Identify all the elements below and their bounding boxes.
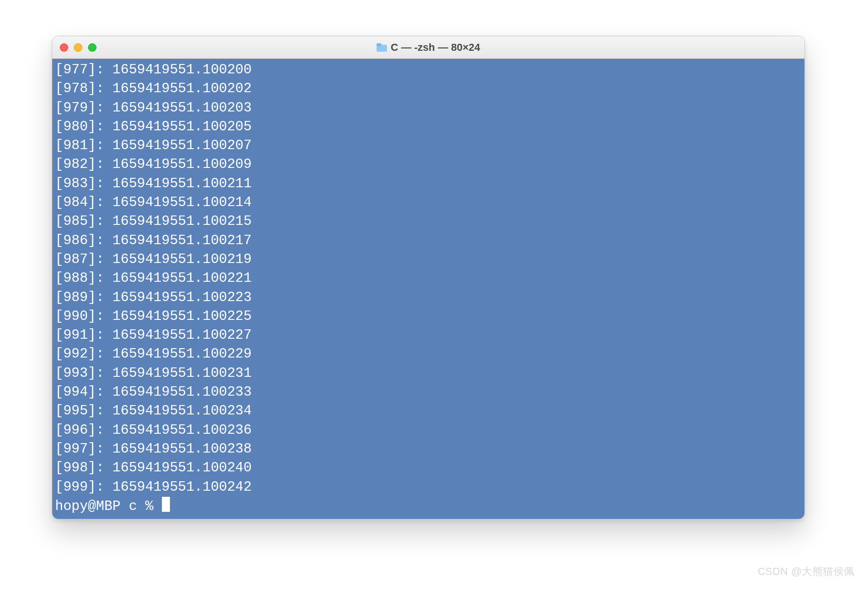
line-value: 1659419551.100200	[113, 62, 252, 78]
terminal-line: [978]: 1659419551.100202	[55, 80, 802, 98]
terminal-line: [989]: 1659419551.100223	[55, 288, 802, 307]
line-value: 1659419551.100240	[113, 460, 252, 476]
terminal-line: [992]: 1659419551.100229	[55, 345, 802, 364]
line-value: 1659419551.100215	[113, 214, 252, 229]
line-index: [987]:	[55, 252, 104, 267]
terminal-line: [979]: 1659419551.100203	[55, 99, 802, 118]
terminal-line: [994]: 1659419551.100233	[55, 383, 802, 402]
line-index: [982]:	[55, 157, 104, 172]
line-value: 1659419551.100234	[113, 403, 252, 419]
terminal-line: [993]: 1659419551.100231	[55, 364, 802, 383]
prompt-line[interactable]: hopy@MBP c %	[55, 497, 802, 516]
folder-icon	[377, 43, 387, 52]
window-title: C — -zsh — 80×24	[52, 41, 804, 54]
line-index: [989]:	[55, 290, 104, 305]
line-value: 1659419551.100231	[113, 366, 252, 381]
line-index: [993]:	[55, 366, 104, 381]
line-value: 1659419551.100221	[113, 271, 252, 286]
terminal-line: [999]: 1659419551.100242	[55, 478, 802, 497]
line-index: [988]:	[55, 271, 104, 286]
line-value: 1659419551.100229	[113, 346, 252, 362]
line-index: [995]:	[55, 403, 104, 419]
line-value: 1659419551.100211	[113, 176, 252, 191]
shell-prompt: hopy@MBP c %	[55, 499, 161, 514]
terminal-line: [986]: 1659419551.100217	[55, 231, 802, 250]
line-index: [978]:	[55, 81, 104, 96]
watermark-text: CSDN @大熊猫侯佩	[758, 565, 855, 579]
terminal-line: [977]: 1659419551.100200	[55, 61, 802, 80]
zoom-button[interactable]	[88, 43, 96, 52]
terminal-line: [988]: 1659419551.100221	[55, 269, 802, 288]
terminal-line: [996]: 1659419551.100236	[55, 421, 802, 440]
traffic-lights	[60, 43, 96, 52]
line-value: 1659419551.100217	[113, 233, 252, 248]
line-value: 1659419551.100225	[113, 309, 252, 324]
terminal-line: [990]: 1659419551.100225	[55, 307, 802, 326]
terminal-line: [997]: 1659419551.100238	[55, 440, 802, 459]
line-index: [991]:	[55, 327, 104, 343]
line-value: 1659419551.100238	[113, 441, 252, 457]
line-value: 1659419551.100219	[113, 252, 252, 267]
line-index: [990]:	[55, 309, 104, 324]
terminal-window: C — -zsh — 80×24 [977]: 1659419551.10020…	[52, 36, 805, 519]
line-value: 1659419551.100207	[113, 138, 252, 153]
line-index: [983]:	[55, 176, 104, 191]
terminal-line: [991]: 1659419551.100227	[55, 326, 802, 345]
line-index: [979]:	[55, 100, 104, 116]
terminal-line: [984]: 1659419551.100214	[55, 193, 802, 212]
line-index: [999]:	[55, 479, 104, 495]
line-index: [998]:	[55, 460, 104, 476]
line-index: [984]:	[55, 195, 104, 210]
line-index: [996]:	[55, 422, 104, 438]
terminal-line: [983]: 1659419551.100211	[55, 175, 802, 193]
line-value: 1659419551.100214	[113, 195, 252, 210]
terminal-content[interactable]: [977]: 1659419551.100200[978]: 165941955…	[52, 59, 804, 519]
line-index: [992]:	[55, 346, 104, 362]
titlebar[interactable]: C — -zsh — 80×24	[52, 36, 804, 59]
line-value: 1659419551.100209	[113, 157, 252, 172]
line-index: [977]:	[55, 62, 104, 78]
terminal-line: [998]: 1659419551.100240	[55, 459, 802, 478]
close-button[interactable]	[60, 43, 68, 52]
line-value: 1659419551.100202	[113, 81, 252, 96]
line-index: [985]:	[55, 214, 104, 229]
line-index: [981]:	[55, 138, 104, 153]
line-index: [997]:	[55, 441, 104, 457]
cursor-block	[162, 497, 170, 512]
line-value: 1659419551.100203	[113, 100, 252, 116]
terminal-line: [987]: 1659419551.100219	[55, 250, 802, 269]
terminal-line: [981]: 1659419551.100207	[55, 136, 802, 155]
line-index: [994]:	[55, 384, 104, 400]
line-value: 1659419551.100227	[113, 327, 252, 343]
minimize-button[interactable]	[74, 43, 82, 52]
terminal-line: [982]: 1659419551.100209	[55, 155, 802, 174]
line-value: 1659419551.100205	[113, 119, 252, 135]
terminal-line: [995]: 1659419551.100234	[55, 402, 802, 421]
line-value: 1659419551.100233	[113, 384, 252, 400]
line-index: [980]:	[55, 119, 104, 135]
line-value: 1659419551.100223	[113, 290, 252, 305]
terminal-line: [980]: 1659419551.100205	[55, 118, 802, 136]
line-value: 1659419551.100242	[113, 479, 252, 495]
line-value: 1659419551.100236	[113, 422, 252, 438]
line-index: [986]:	[55, 233, 104, 248]
window-title-text: C — -zsh — 80×24	[391, 41, 480, 54]
terminal-line: [985]: 1659419551.100215	[55, 212, 802, 231]
